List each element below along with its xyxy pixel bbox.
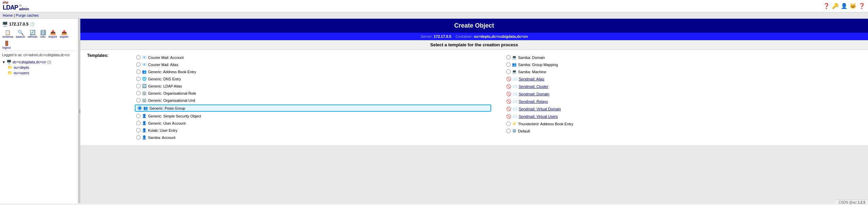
at-symbol: @	[19, 4, 29, 7]
radio-generic-posix-group[interactable]	[138, 106, 142, 110]
top-bar: php LDAP @ admin ❓ 🔑 👤 🐱 ❓	[0, 0, 868, 12]
courier-account-icon: 📧	[142, 55, 147, 60]
radio-generic-org-unit[interactable]	[136, 98, 141, 102]
home-link[interactable]: Home	[3, 13, 13, 17]
tree-expand-icon: ▼	[2, 60, 5, 64]
sendmail-vusers-mail-icon: ✉️	[513, 114, 517, 119]
radio-samba-machine[interactable]	[506, 69, 511, 74]
sendmail-relays-link[interactable]: Sendmail: Relays	[519, 99, 548, 104]
select-template-text: Select a template for the creation proce…	[430, 42, 518, 47]
info-icon[interactable]: ❓	[858, 3, 865, 9]
template-generic-address-book: 👥 Generic: Address Book Entry	[135, 69, 491, 75]
radio-default[interactable]	[506, 129, 511, 133]
courier-account-label[interactable]: Courier Mail: Account	[148, 56, 184, 60]
refresh-button[interactable]: 🔄 refresh	[27, 29, 38, 39]
generic-address-book-label[interactable]: Generic: Address Book Entry	[148, 70, 196, 74]
radio-courier-alias[interactable]	[136, 62, 141, 67]
radio-generic-dns[interactable]	[136, 77, 141, 81]
template-samba-group-mapping: 👥 Samba: Group Mapping	[505, 62, 861, 67]
posix-group-icon: 👥	[143, 106, 148, 110]
toolbar: 📋 schema 🔍 search 🔄 refresh ℹ️ info 📥 im…	[1, 28, 77, 51]
users-icon: 📁	[7, 70, 13, 75]
radio-samba-account[interactable]	[136, 135, 141, 140]
dns-icon: 🌐	[142, 77, 147, 81]
thunderbird-address-label[interactable]: Thunderbird: Address Book Entry	[518, 122, 573, 126]
sendmail-alias-link[interactable]: Sendmail: Alias	[519, 77, 544, 81]
export-button[interactable]: 📤 export	[59, 29, 69, 39]
directory-tree: ▼ 🖥️ dc=cubigdata,dc=cn (2) 📁 ou=depts	[1, 59, 77, 76]
sendmail-domain-link[interactable]: Sendmail: Domain	[519, 92, 549, 96]
templates-grid: 📧 Courier Mail: Account 📧 Courier Mail: …	[135, 53, 861, 142]
samba-domain-label[interactable]: Samba: Domain	[518, 56, 545, 60]
generic-user-account-label[interactable]: Generic: User Account	[148, 121, 186, 125]
tree-root-item[interactable]: ▼ 🖥️ dc=cubigdata,dc=cn (2)	[1, 59, 77, 65]
generic-org-unit-label[interactable]: Generic: Organisational Unit	[148, 98, 195, 102]
samba-group-mapping-label[interactable]: Samba: Group Mapping	[518, 63, 558, 67]
template-sendmail-cluster: 🚫 ✉️ Sendmail: Cluster	[505, 83, 861, 90]
search-button[interactable]: 🔍 search	[15, 29, 26, 39]
courier-alias-label[interactable]: Courier Mail: Alias	[148, 63, 178, 67]
generic-org-role-label[interactable]: Generic: Organisational Role	[148, 91, 196, 95]
kolab-user-icon: 👤	[142, 128, 147, 132]
schema-icon: 📋	[5, 30, 11, 35]
spacer	[452, 34, 454, 38]
generic-posix-group-label[interactable]: Generic: Posix Group	[149, 106, 185, 110]
radio-samba-domain[interactable]	[506, 55, 511, 60]
container-label: Container:	[455, 34, 474, 38]
logout-icon: 🚪	[4, 41, 10, 46]
radio-generic-user-account[interactable]	[136, 121, 141, 125]
info-button[interactable]: ℹ️ info	[39, 29, 47, 39]
clock-icon[interactable]: 🕐	[30, 22, 35, 27]
warning-icon[interactable]: 🐱	[850, 3, 856, 9]
logout-button[interactable]: 🚪 logout	[1, 40, 12, 50]
logout-label: logout	[2, 46, 11, 49]
template-samba-account: 👤 Samba: Account	[135, 135, 491, 140]
samba-domain-icon: 💻	[512, 55, 517, 60]
admin-label: admin	[19, 7, 29, 11]
generic-dns-label[interactable]: Generic: DNS Entry	[148, 77, 181, 81]
radio-kolab-user[interactable]	[136, 128, 141, 132]
radio-courier-account[interactable]	[136, 55, 141, 60]
radio-generic-address-book[interactable]	[136, 69, 141, 74]
user-icon[interactable]: 👤	[841, 3, 848, 9]
import-button[interactable]: 📥 import	[48, 29, 58, 39]
key-icon[interactable]: 🔑	[832, 3, 839, 9]
sendmail-alias-disabled-icon: 🚫	[506, 77, 511, 81]
container-value: ou=depts,dc=cubigdata,dc=cn	[474, 34, 528, 38]
schema-button[interactable]: 📋 schema	[1, 29, 14, 39]
samba-account-label[interactable]: Samba: Account	[148, 136, 175, 140]
users-label: ou=users	[14, 71, 29, 75]
sendmail-vdomain-link[interactable]: Sendmail: Virtual Domain	[519, 107, 561, 111]
courier-alias-icon: 📧	[142, 62, 147, 67]
radio-generic-org-role[interactable]	[136, 91, 141, 95]
default-icon: ⚙️	[512, 129, 517, 133]
server-info-bar: Server: 172.17.0.5 Container: ou=depts,d…	[80, 33, 868, 40]
sendmail-alias-mail-icon: ✉️	[513, 77, 517, 81]
sendmail-relays-disabled-icon: 🚫	[506, 99, 511, 104]
radio-samba-group-mapping[interactable]	[506, 62, 511, 67]
radio-thunderbird-address[interactable]	[506, 122, 511, 126]
import-icon: 📥	[50, 30, 56, 35]
samba-machine-label[interactable]: Samba: Machine	[518, 70, 546, 74]
login-info: Logged in as: cn=admin,dc=cubigdata,dc=c…	[1, 52, 77, 58]
tree-item-depts[interactable]: 📁 ou=depts	[7, 65, 77, 70]
tree-root-link[interactable]: dc=cubigdata,dc=cn (2)	[13, 60, 51, 64]
generic-ldap-alias-label[interactable]: Generic: LDAP Alias	[148, 84, 182, 88]
radio-generic-ldap-alias[interactable]	[136, 84, 141, 88]
tree-item-users[interactable]: 📁 ou=users	[7, 70, 77, 76]
help-icon[interactable]: ❓	[823, 3, 830, 9]
generic-simple-security-label[interactable]: Generic: Simple Security Object	[148, 114, 201, 118]
template-samba-domain: 💻 Samba: Domain	[505, 54, 861, 60]
template-generic-dns: 🌐 Generic: DNS Entry	[135, 76, 491, 82]
sendmail-domain-mail-icon: ✉️	[513, 92, 517, 96]
users-link[interactable]: ou=users	[14, 71, 29, 75]
template-courier-account: 📧 Courier Mail: Account	[135, 54, 491, 60]
sidebar: 🖥️ 172.17.0.5 🕐 📋 schema 🔍 search 🔄 refr…	[0, 19, 78, 203]
default-label[interactable]: Default	[518, 129, 530, 133]
depts-link[interactable]: ou=depts	[14, 65, 29, 69]
purge-caches-link[interactable]: Purge caches	[16, 13, 38, 17]
sendmail-cluster-link[interactable]: Sendmail: Cluster	[519, 84, 548, 89]
sendmail-vusers-link[interactable]: Sendmail: Virtual Users	[519, 114, 558, 119]
radio-generic-simple-security[interactable]	[136, 114, 141, 118]
kolab-user-label[interactable]: Kolab: User Entry	[148, 128, 177, 132]
